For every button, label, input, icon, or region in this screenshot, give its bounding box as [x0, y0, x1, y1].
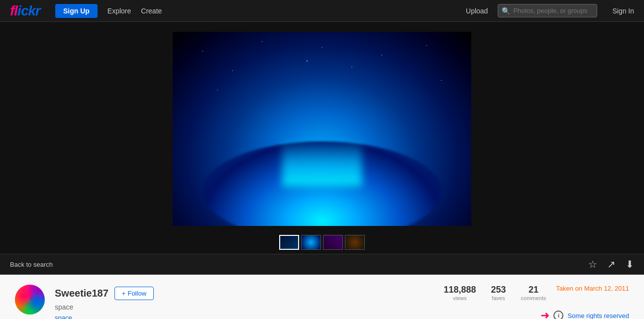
- views-stat: 118,888 views: [443, 285, 476, 301]
- bottom-nav: Back to search ☆ ↗ ⬇: [0, 254, 644, 275]
- signup-button[interactable]: Sign Up: [55, 4, 98, 18]
- search-wrapper: 🔍: [498, 4, 597, 17]
- avatar-image: [15, 285, 45, 315]
- taken-on: Taken on March 12, 2011: [556, 285, 629, 292]
- explore-link[interactable]: Explore: [107, 7, 131, 15]
- aurora-effect: [282, 126, 362, 186]
- navbar: flickr Sign Up Explore Create Upload 🔍 S…: [0, 0, 644, 22]
- photo-tag[interactable]: space: [55, 314, 154, 319]
- views-value: 118,888: [443, 285, 476, 295]
- share-icon[interactable]: ↗: [607, 258, 616, 270]
- back-to-search[interactable]: Back to search: [10, 261, 53, 268]
- download-icon[interactable]: ⬇: [626, 258, 634, 270]
- comments-value: 21: [521, 285, 546, 295]
- search-input[interactable]: [498, 4, 597, 17]
- follow-label: Follow: [127, 290, 146, 297]
- main-photo: [173, 32, 471, 226]
- follow-button[interactable]: + Follow: [114, 287, 154, 300]
- thumbnail-3[interactable]: [323, 235, 343, 250]
- upload-link[interactable]: Upload: [466, 7, 488, 15]
- bottom-nav-actions: ☆ ↗ ⬇: [588, 258, 634, 270]
- username: Sweetie187: [55, 288, 108, 299]
- thumbnail-4[interactable]: [345, 235, 365, 250]
- thumbnail-1[interactable]: [279, 235, 299, 250]
- info-section: Sweetie187 + Follow space space 118,888 …: [0, 275, 644, 319]
- flickr-logo: flickr: [10, 3, 40, 19]
- avatar[interactable]: [15, 285, 45, 315]
- views-label: views: [443, 295, 476, 301]
- photo-title: space: [55, 303, 154, 311]
- photo-container: [173, 32, 471, 226]
- follow-plus-icon: +: [122, 290, 126, 297]
- signin-link[interactable]: Sign In: [612, 7, 634, 15]
- some-rights-link[interactable]: Some rights reserved: [567, 312, 629, 319]
- comments-label: comments: [521, 295, 546, 301]
- user-action-row: Sweetie187 + Follow: [55, 287, 154, 300]
- create-link[interactable]: Create: [141, 7, 162, 15]
- thumbnail-2[interactable]: [301, 235, 321, 250]
- rights-row: ➜ i Some rights reserved: [540, 309, 629, 319]
- faves-value: 253: [491, 285, 506, 295]
- rights-arrow-icon: ➜: [540, 309, 549, 319]
- thumbnails-strip: [0, 231, 644, 254]
- faves-label: faves: [491, 295, 506, 301]
- stats-area: 118,888 views 253 faves 21 comments Take…: [443, 285, 629, 319]
- stats-row: 118,888 views 253 faves 21 comments: [443, 285, 546, 301]
- comments-stat: 21 comments: [521, 285, 546, 301]
- photo-section: [0, 22, 644, 231]
- faves-stat: 253 faves: [491, 285, 506, 301]
- favorite-icon[interactable]: ☆: [588, 258, 597, 270]
- info-icon[interactable]: i: [553, 311, 563, 319]
